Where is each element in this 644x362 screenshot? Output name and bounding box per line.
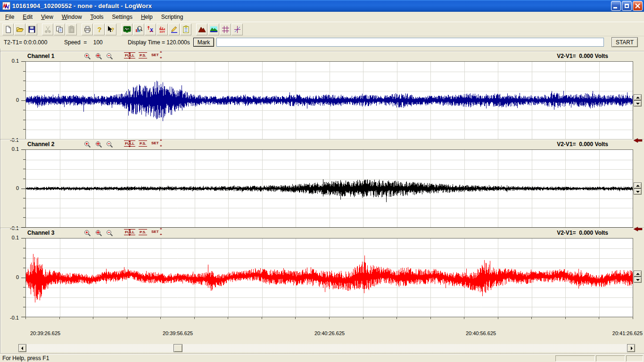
cursor-marker-icon[interactable] — [634, 227, 643, 231]
x-ticks — [25, 317, 633, 320]
zoom-out-button[interactable] — [106, 141, 114, 148]
spin-down-button[interactable] — [634, 277, 642, 283]
full-scale-button[interactable]: FULL — [124, 229, 135, 235]
fft-button[interactable]: FFT — [157, 24, 168, 35]
y-label-top: 0.1 — [12, 235, 19, 240]
channel-2-offset-spinner — [634, 182, 642, 195]
grid-axes-button[interactable] — [220, 24, 231, 35]
zoom-out-button[interactable] — [106, 230, 114, 237]
start-button[interactable]: START — [611, 37, 638, 47]
peak-scale-button[interactable]: P.S. — [139, 140, 147, 147]
x-label-2: 20:40:26.625 — [314, 330, 345, 336]
menu-scripting[interactable]: Scripting — [157, 13, 188, 21]
new-button[interactable] — [2, 24, 14, 35]
green-mountain-icon — [210, 25, 218, 33]
menu-help[interactable]: Help — [137, 13, 157, 21]
scroll-right-button[interactable] — [627, 344, 635, 352]
spin-up-button[interactable] — [634, 182, 642, 189]
speed-readout: Speed = 100 — [64, 39, 103, 46]
zoom-in-icon — [84, 141, 91, 148]
paste-button[interactable] — [66, 24, 77, 35]
up-arrow-icon — [636, 97, 640, 99]
annotate-button[interactable] — [168, 24, 180, 35]
y-ticks — [21, 238, 25, 317]
time-scrollbar[interactable] — [18, 344, 635, 352]
set-plus-icon: + — [160, 138, 162, 142]
context-help-button[interactable]: ? — [105, 24, 116, 35]
full-scale-button[interactable]: FULL — [124, 52, 135, 58]
minimize-button[interactable] — [611, 1, 621, 11]
landscape-view-button[interactable] — [208, 24, 219, 35]
zoom-analyze-button[interactable] — [133, 24, 144, 35]
menu-settings[interactable]: Settings — [108, 13, 137, 21]
updown-arrow-icon — [128, 140, 132, 147]
menu-tools[interactable]: Tools — [86, 13, 108, 21]
t2-t1-readout: T2-T1= 0:0:0.000 — [4, 39, 47, 46]
channel-3-waveform[interactable] — [26, 239, 633, 317]
spin-up-button[interactable] — [634, 271, 642, 277]
spin-up-button[interactable] — [634, 94, 642, 100]
zoom-in-button[interactable] — [83, 53, 91, 60]
zoom-out-icon — [106, 53, 114, 60]
save-button[interactable] — [26, 24, 37, 35]
open-button[interactable] — [14, 24, 25, 35]
y-label-top: 0.1 — [12, 146, 19, 152]
menu-file[interactable]: File — [1, 13, 18, 21]
zoom-out-icon — [106, 230, 114, 237]
full-scale-button[interactable]: FULL — [124, 140, 135, 147]
axes-diagonal-button[interactable] — [231, 24, 243, 35]
peak-scale-label: P.S. — [140, 230, 146, 234]
zoom-in-button[interactable] — [83, 141, 91, 148]
channel-3-plot[interactable] — [25, 238, 633, 317]
peak-scale-button[interactable]: P.S. — [139, 52, 147, 58]
zoom-out-button[interactable] — [106, 53, 114, 60]
axes-diagonal-icon — [233, 25, 241, 33]
mark-text-input[interactable] — [216, 38, 604, 47]
cursor-marker-icon[interactable] — [634, 138, 643, 143]
restore-button[interactable] — [622, 1, 632, 11]
peak-scale-label: P.S. — [140, 53, 146, 58]
set-scale-button[interactable]: SET++ — [150, 52, 160, 58]
down-arrow-icon — [636, 191, 640, 193]
copy-icon — [56, 25, 64, 33]
channel-2-label: Channel 2 — [27, 141, 54, 148]
channel-2-plot[interactable] — [25, 149, 633, 228]
zoom-pan-icon — [95, 53, 103, 60]
overlay-view-button[interactable] — [196, 24, 207, 35]
peak-scale-button[interactable]: P.S. — [139, 229, 147, 235]
set-scale-button[interactable]: SET++ — [150, 229, 160, 234]
zoom-pan-icon — [95, 230, 103, 237]
channel-1-header: Channel 1 FULL P.S. SET++ V2-V1= 0.000 V… — [0, 51, 644, 61]
scroll-left-button[interactable] — [18, 344, 26, 352]
channel-2-waveform[interactable] — [26, 150, 633, 227]
menu-view[interactable]: View — [37, 13, 58, 21]
set-scale-button[interactable]: SET++ — [150, 140, 160, 146]
zoom-in-icon — [84, 53, 91, 60]
y-ticks — [21, 149, 25, 228]
channel-1-waveform[interactable] — [26, 62, 633, 139]
zoom-pan-button[interactable] — [95, 230, 103, 237]
yx-axes-button[interactable]: X — [145, 24, 156, 35]
close-button[interactable] — [633, 1, 643, 11]
zoom-in-button[interactable] — [83, 230, 91, 237]
clipboard-list-icon — [182, 25, 190, 33]
menu-edit[interactable]: Edit — [18, 13, 37, 21]
zoom-pan-button[interactable] — [95, 141, 103, 148]
copy-button[interactable] — [54, 24, 65, 35]
cut-button[interactable] — [42, 24, 53, 35]
cut-scissors-icon — [44, 25, 52, 33]
about-button[interactable]: ? — [93, 24, 105, 35]
settings-list-button[interactable] — [180, 24, 191, 35]
print-button[interactable] — [82, 24, 93, 35]
monitor-view-button[interactable] — [121, 24, 132, 35]
channel-1-plot[interactable] — [25, 61, 633, 140]
channel-2-y-axis: 0.1 0 -0.1 — [0, 149, 25, 228]
scrollbar-thumb[interactable] — [173, 344, 182, 352]
mark-button[interactable]: Mark — [193, 38, 214, 47]
menu-window[interactable]: Window — [58, 13, 86, 21]
spin-down-button[interactable] — [634, 100, 642, 107]
display-time-readout: Display Time = 120.000s — [128, 39, 190, 46]
zoom-pan-button[interactable] — [95, 53, 103, 60]
spin-down-button[interactable] — [634, 189, 642, 195]
minimize-icon — [613, 7, 617, 8]
